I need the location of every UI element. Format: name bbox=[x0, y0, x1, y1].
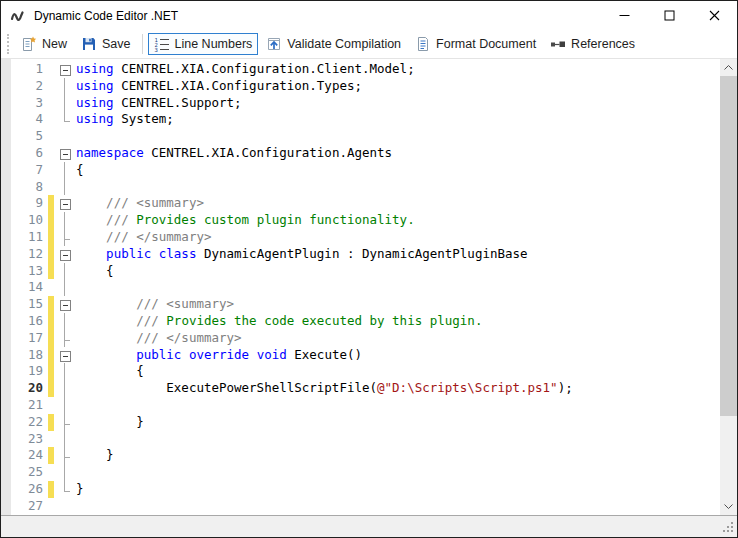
line-number: 11 bbox=[11, 229, 45, 246]
fold-margin bbox=[54, 263, 76, 280]
references-icon bbox=[550, 36, 566, 52]
fold-margin bbox=[54, 447, 76, 464]
format-document-button[interactable]: Format Document bbox=[409, 33, 542, 55]
line-number: 13 bbox=[11, 263, 45, 280]
fold-margin bbox=[54, 212, 76, 229]
code-line[interactable]: 24 } bbox=[11, 447, 720, 464]
code-line[interactable]: 6namespace CENTREL.XIA.Configuration.Age… bbox=[11, 145, 720, 162]
code-lines: 1using CENTREL.XIA.Configuration.Client.… bbox=[11, 61, 720, 515]
toolbar: New Save 1 2 3 bbox=[1, 30, 737, 59]
fold-line bbox=[54, 330, 76, 347]
fold-margin bbox=[54, 145, 76, 162]
code-text: { bbox=[76, 162, 84, 179]
code-line[interactable]: 7{ bbox=[11, 162, 720, 179]
code-line[interactable]: 14 bbox=[11, 279, 720, 296]
code-line[interactable]: 16 /// Provides the code executed by thi… bbox=[11, 313, 720, 330]
fold-collapse-icon[interactable] bbox=[60, 149, 71, 160]
line-number: 7 bbox=[11, 162, 45, 179]
code-line[interactable]: 27 bbox=[11, 498, 720, 515]
fold-margin bbox=[54, 397, 76, 414]
fold-margin bbox=[54, 464, 76, 481]
line-number: 6 bbox=[11, 145, 45, 162]
fold-margin bbox=[54, 195, 76, 212]
scrollbar-thumb[interactable] bbox=[720, 76, 737, 416]
code-text: } bbox=[76, 414, 144, 431]
code-text: using CENTREL.Support; bbox=[76, 95, 242, 112]
fold-line bbox=[54, 464, 76, 481]
window-title: Dynamic Code Editor .NET bbox=[34, 9, 178, 23]
code-line[interactable]: 8 bbox=[11, 179, 720, 196]
code-line[interactable]: 13 { bbox=[11, 263, 720, 280]
code-line[interactable]: 11 /// </summary> bbox=[11, 229, 720, 246]
code-line[interactable]: 26} bbox=[11, 481, 720, 498]
line-number: 23 bbox=[11, 431, 45, 448]
code-text: /// <summary> bbox=[76, 296, 234, 313]
line-numbers-toggle-button[interactable]: 1 2 3 Line Numbers bbox=[148, 33, 259, 55]
code-line[interactable]: 23 bbox=[11, 431, 720, 448]
line-number: 16 bbox=[11, 313, 45, 330]
fold-line bbox=[54, 78, 76, 95]
line-number: 3 bbox=[11, 95, 45, 112]
fold-collapse-icon[interactable] bbox=[60, 199, 71, 210]
fold-line bbox=[54, 431, 76, 448]
fold-collapse-icon[interactable] bbox=[60, 300, 71, 311]
validate-compilation-label: Validate Compilation bbox=[287, 37, 401, 51]
code-line[interactable]: 3using CENTREL.Support; bbox=[11, 95, 720, 112]
fold-line bbox=[54, 380, 76, 397]
code-line[interactable]: 22 } bbox=[11, 414, 720, 431]
line-number: 1 bbox=[11, 61, 45, 78]
code-line[interactable]: 18 public override void Execute() bbox=[11, 347, 720, 364]
code-line[interactable]: 19 { bbox=[11, 363, 720, 380]
code-text: } bbox=[76, 447, 114, 464]
validate-compilation-button[interactable]: Validate Compilation bbox=[260, 33, 407, 55]
line-number: 9 bbox=[11, 195, 45, 212]
fold-margin bbox=[54, 95, 76, 112]
close-button[interactable] bbox=[692, 1, 737, 30]
status-bar bbox=[1, 515, 737, 538]
minimize-button[interactable] bbox=[602, 1, 647, 30]
fold-collapse-icon[interactable] bbox=[60, 65, 71, 76]
vertical-scrollbar[interactable] bbox=[720, 59, 737, 515]
line-number: 18 bbox=[11, 347, 45, 364]
line-number: 5 bbox=[11, 128, 45, 145]
scroll-up-button[interactable] bbox=[720, 59, 737, 76]
maximize-button[interactable] bbox=[647, 1, 692, 30]
code-line[interactable]: 25 bbox=[11, 464, 720, 481]
code-text: /// Provides custom plugin functionality… bbox=[76, 212, 415, 229]
code-line[interactable]: 21 bbox=[11, 397, 720, 414]
fold-margin bbox=[54, 162, 76, 179]
save-button[interactable]: Save bbox=[75, 33, 137, 55]
references-label: References bbox=[571, 37, 635, 51]
svg-text:3: 3 bbox=[154, 47, 157, 52]
code-line[interactable]: 5 bbox=[11, 128, 720, 145]
code-text: /// </summary> bbox=[76, 229, 211, 246]
fold-collapse-icon[interactable] bbox=[60, 351, 71, 362]
resize-grip-icon[interactable] bbox=[722, 520, 735, 538]
fold-margin bbox=[54, 246, 76, 263]
new-button[interactable]: New bbox=[15, 33, 73, 55]
code-editor[interactable]: 1using CENTREL.XIA.Configuration.Client.… bbox=[1, 59, 737, 515]
code-line[interactable]: 15 /// <summary> bbox=[11, 296, 720, 313]
code-text: using CENTREL.XIA.Configuration.Types; bbox=[76, 78, 362, 95]
validate-compilation-icon bbox=[266, 36, 282, 52]
references-button[interactable]: References bbox=[544, 33, 641, 55]
line-number: 2 bbox=[11, 78, 45, 95]
save-button-label: Save bbox=[102, 37, 131, 51]
code-line[interactable]: 4using System; bbox=[11, 111, 720, 128]
code-line[interactable]: 1using CENTREL.XIA.Configuration.Client.… bbox=[11, 61, 720, 78]
code-line[interactable]: 17 /// </summary> bbox=[11, 330, 720, 347]
code-line[interactable]: 10 /// Provides custom plugin functional… bbox=[11, 212, 720, 229]
window-controls bbox=[602, 1, 737, 30]
fold-line bbox=[54, 162, 76, 179]
toolbar-grip[interactable] bbox=[7, 34, 9, 54]
code-line[interactable]: 12 public class DynamicAgentPlugin : Dyn… bbox=[11, 246, 720, 263]
fold-margin bbox=[54, 347, 76, 364]
fold-collapse-icon[interactable] bbox=[60, 250, 71, 261]
fold-margin bbox=[54, 229, 76, 246]
scroll-down-button[interactable] bbox=[720, 498, 737, 515]
code-line[interactable]: 9 /// <summary> bbox=[11, 195, 720, 212]
code-line[interactable]: 20 ExecutePowerShellScriptFile(@"D:\Scri… bbox=[11, 380, 720, 397]
code-line[interactable]: 2using CENTREL.XIA.Configuration.Types; bbox=[11, 78, 720, 95]
fold-margin bbox=[54, 330, 76, 347]
fold-margin bbox=[54, 414, 76, 431]
